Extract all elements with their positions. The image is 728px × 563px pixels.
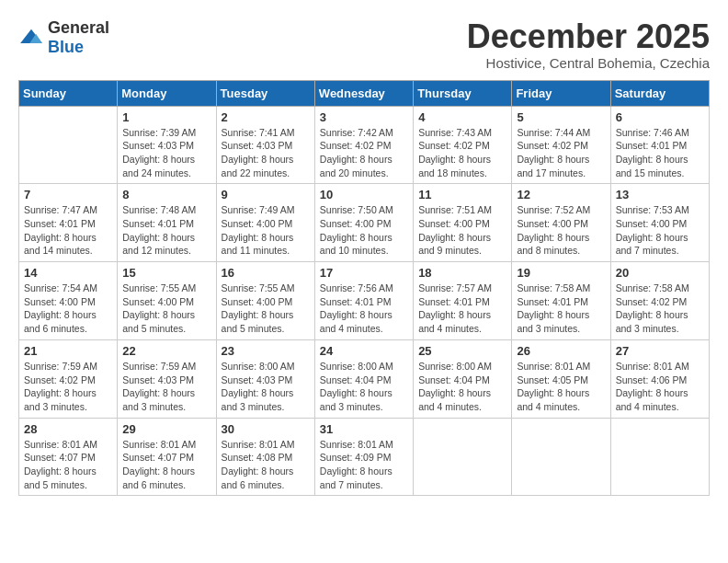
day-number: 17 — [320, 266, 408, 280]
sunrise-text: Sunrise: 8:01 AM — [517, 361, 590, 372]
sunset-text: Sunset: 4:00 PM — [122, 296, 194, 307]
col-saturday: Saturday — [610, 80, 709, 106]
sunset-text: Sunset: 4:09 PM — [320, 452, 392, 463]
sunrise-text: Sunrise: 7:43 AM — [418, 127, 492, 138]
sunrise-text: Sunrise: 7:57 AM — [418, 282, 492, 293]
daylight-text: Daylight: 8 hours and 8 minutes. — [517, 232, 589, 257]
sunset-text: Sunset: 4:00 PM — [222, 296, 293, 307]
daylight-text: Daylight: 8 hours and 22 minutes. — [222, 154, 294, 178]
table-row: 25Sunrise: 8:00 AMSunset: 4:04 PMDayligh… — [414, 339, 512, 418]
daylight-text: Daylight: 8 hours and 9 minutes. — [418, 232, 491, 257]
logo-general: General — [48, 18, 109, 37]
sunset-text: Sunset: 4:07 PM — [122, 452, 194, 463]
table-row: 10Sunrise: 7:50 AMSunset: 4:00 PMDayligh… — [314, 184, 413, 262]
table-row: 27Sunrise: 8:01 AMSunset: 4:06 PMDayligh… — [610, 339, 709, 418]
table-row: 1Sunrise: 7:39 AMSunset: 4:03 PMDaylight… — [118, 106, 216, 184]
sunrise-text: Sunrise: 7:51 AM — [418, 204, 492, 215]
day-detail: Sunrise: 7:48 AMSunset: 4:01 PMDaylight:… — [122, 203, 210, 258]
day-detail: Sunrise: 7:52 AMSunset: 4:00 PMDaylight:… — [517, 203, 605, 258]
table-row — [512, 418, 610, 496]
col-friday: Friday — [512, 80, 610, 106]
table-row: 3Sunrise: 7:42 AMSunset: 4:02 PMDaylight… — [314, 106, 413, 184]
sunset-text: Sunset: 4:01 PM — [320, 296, 392, 307]
day-detail: Sunrise: 8:01 AMSunset: 4:09 PMDaylight:… — [320, 438, 408, 492]
table-row — [19, 106, 118, 184]
sunrise-text: Sunrise: 7:42 AM — [320, 127, 393, 138]
col-sunday: Sunday — [19, 80, 118, 106]
daylight-text: Daylight: 8 hours and 5 minutes. — [122, 309, 195, 334]
table-row: 13Sunrise: 7:53 AMSunset: 4:00 PMDayligh… — [610, 184, 709, 262]
day-number: 30 — [222, 422, 310, 436]
day-number: 31 — [320, 422, 408, 436]
sunset-text: Sunset: 4:05 PM — [517, 374, 588, 385]
calendar-week-4: 28Sunrise: 8:01 AMSunset: 4:07 PMDayligh… — [19, 418, 710, 496]
sunrise-text: Sunrise: 7:47 AM — [24, 204, 97, 215]
sunrise-text: Sunrise: 8:00 AM — [222, 361, 295, 372]
day-detail: Sunrise: 7:42 AMSunset: 4:02 PMDaylight:… — [320, 126, 408, 180]
sunrise-text: Sunrise: 7:59 AM — [24, 361, 97, 372]
sunrise-text: Sunrise: 7:53 AM — [616, 204, 689, 215]
calendar-week-1: 7Sunrise: 7:47 AMSunset: 4:01 PMDaylight… — [19, 184, 710, 262]
table-row: 19Sunrise: 7:58 AMSunset: 4:01 PMDayligh… — [512, 262, 610, 340]
daylight-text: Daylight: 8 hours and 10 minutes. — [320, 232, 392, 257]
day-detail: Sunrise: 8:01 AMSunset: 4:07 PMDaylight:… — [122, 438, 210, 492]
sunrise-text: Sunrise: 8:01 AM — [222, 439, 295, 450]
daylight-text: Daylight: 8 hours and 4 minutes. — [616, 387, 688, 412]
daylight-text: Daylight: 8 hours and 11 minutes. — [222, 232, 294, 257]
table-row: 15Sunrise: 7:55 AMSunset: 4:00 PMDayligh… — [118, 262, 216, 340]
calendar-subtitle: Hostivice, Central Bohemia, Czechia — [467, 55, 710, 71]
day-number: 28 — [24, 422, 112, 436]
sunrise-text: Sunrise: 7:48 AM — [122, 204, 196, 215]
sunset-text: Sunset: 4:02 PM — [517, 140, 588, 151]
sunrise-text: Sunrise: 7:55 AM — [222, 282, 295, 293]
daylight-text: Daylight: 8 hours and 3 minutes. — [122, 387, 195, 412]
daylight-text: Daylight: 8 hours and 4 minutes. — [418, 309, 491, 334]
page-header: General Blue December 2025 Hostivice, Ce… — [18, 18, 710, 71]
sunset-text: Sunset: 4:03 PM — [122, 374, 194, 385]
table-row: 9Sunrise: 7:49 AMSunset: 4:00 PMDaylight… — [216, 184, 314, 262]
table-row: 28Sunrise: 8:01 AMSunset: 4:07 PMDayligh… — [19, 418, 118, 496]
day-number: 19 — [517, 266, 605, 280]
day-detail: Sunrise: 8:00 AMSunset: 4:04 PMDaylight:… — [418, 360, 506, 414]
day-number: 9 — [222, 188, 310, 201]
sunrise-text: Sunrise: 7:54 AM — [24, 282, 97, 293]
table-row: 29Sunrise: 8:01 AMSunset: 4:07 PMDayligh… — [118, 418, 216, 496]
sunrise-text: Sunrise: 7:44 AM — [517, 127, 590, 138]
table-row: 22Sunrise: 7:59 AMSunset: 4:03 PMDayligh… — [118, 339, 216, 418]
day-detail: Sunrise: 7:59 AMSunset: 4:02 PMDaylight:… — [24, 360, 112, 414]
table-row: 16Sunrise: 7:55 AMSunset: 4:00 PMDayligh… — [216, 262, 314, 340]
day-number: 2 — [222, 110, 310, 124]
day-detail: Sunrise: 7:58 AMSunset: 4:01 PMDaylight:… — [517, 282, 605, 336]
day-number: 24 — [320, 344, 408, 358]
sunrise-text: Sunrise: 8:00 AM — [320, 361, 393, 372]
day-number: 14 — [24, 266, 112, 280]
sunrise-text: Sunrise: 7:56 AM — [320, 282, 393, 293]
day-number: 20 — [616, 266, 704, 280]
day-detail: Sunrise: 7:41 AMSunset: 4:03 PMDaylight:… — [222, 126, 310, 180]
sunset-text: Sunset: 4:08 PM — [222, 452, 293, 463]
daylight-text: Daylight: 8 hours and 6 minutes. — [122, 465, 195, 490]
day-detail: Sunrise: 7:58 AMSunset: 4:02 PMDaylight:… — [616, 282, 704, 336]
daylight-text: Daylight: 8 hours and 15 minutes. — [616, 154, 688, 178]
table-row: 18Sunrise: 7:57 AMSunset: 4:01 PMDayligh… — [414, 262, 512, 340]
table-row: 8Sunrise: 7:48 AMSunset: 4:01 PMDaylight… — [118, 184, 216, 262]
day-number: 26 — [517, 344, 605, 358]
daylight-text: Daylight: 8 hours and 17 minutes. — [517, 154, 589, 178]
sunset-text: Sunset: 4:02 PM — [418, 140, 490, 151]
daylight-text: Daylight: 8 hours and 12 minutes. — [122, 232, 195, 257]
table-row: 12Sunrise: 7:52 AMSunset: 4:00 PMDayligh… — [512, 184, 610, 262]
day-number: 21 — [24, 344, 112, 358]
day-detail: Sunrise: 7:57 AMSunset: 4:01 PMDaylight:… — [418, 282, 506, 336]
sunrise-text: Sunrise: 7:52 AM — [517, 204, 590, 215]
sunset-text: Sunset: 4:00 PM — [616, 218, 688, 229]
daylight-text: Daylight: 8 hours and 5 minutes. — [222, 309, 294, 334]
sunset-text: Sunset: 4:01 PM — [517, 296, 588, 307]
day-detail: Sunrise: 7:43 AMSunset: 4:02 PMDaylight:… — [418, 126, 506, 180]
table-row: 17Sunrise: 7:56 AMSunset: 4:01 PMDayligh… — [314, 262, 413, 340]
day-detail: Sunrise: 7:39 AMSunset: 4:03 PMDaylight:… — [122, 126, 210, 180]
sunrise-text: Sunrise: 7:55 AM — [122, 282, 196, 293]
day-number: 3 — [320, 110, 408, 124]
day-number: 6 — [616, 110, 704, 124]
day-detail: Sunrise: 8:01 AMSunset: 4:05 PMDaylight:… — [517, 360, 605, 414]
day-detail: Sunrise: 7:51 AMSunset: 4:00 PMDaylight:… — [418, 203, 506, 258]
